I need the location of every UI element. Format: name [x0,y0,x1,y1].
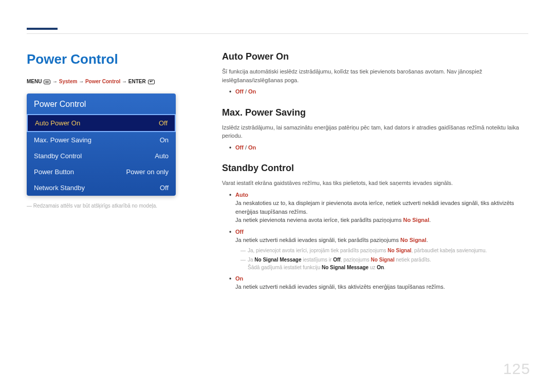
section-heading: Max. Power Saving [222,107,528,118]
osd-row-value: Off [160,184,169,192]
osd-row[interactable]: Standby ControlAuto [27,148,176,164]
sub-note-list: Ja, pievienojot avota ierīci, joprojām t… [235,247,528,271]
breadcrumb-arrow: → [52,79,59,84]
osd-row[interactable]: Max. Power SavingOn [27,132,176,148]
osd-row[interactable]: Power ButtonPower on only [27,164,176,180]
breadcrumb-menu: MENU [27,79,42,84]
option-item: OnJa netiek uztverti nekādi ievades sign… [229,274,528,291]
left-column: Power Control MENU → System → Power Cont… [27,51,201,294]
options-list: AutoJa neskatoties uz to, ka displejam i… [222,191,528,291]
enter-icon [148,80,155,84]
sub-note: Ja, pievienojot avota ierīci, joprojām t… [240,247,528,254]
divider [27,33,528,34]
section-heading: Auto Power On [222,51,528,62]
breadcrumb: MENU → System → Power Control → ENTER [27,79,201,84]
breadcrumb-system: System [59,79,78,84]
osd-row-value: On [160,136,169,144]
section: Max. Power SavingIzslēdz izstrādājumu, l… [222,107,528,152]
osd-panel: Power Control Auto Power OnOffMax. Power… [27,94,176,196]
menu-icon [44,80,50,84]
page-content: Power Control MENU → System → Power Cont… [27,51,528,294]
options-list: Off / On [222,87,528,96]
osd-row-value: Power on only [126,168,169,176]
option-item: AutoJa neskatoties uz to, ka displejam i… [229,191,528,225]
osd-row[interactable]: Auto Power OnOff [27,114,176,132]
section: Standby ControlVarat iestatīt ekrāna gai… [222,163,528,291]
section: Auto Power OnŠī funkcija automātiski ies… [222,51,528,96]
osd-row[interactable]: Network StandbyOff [27,180,176,196]
option-item: OffJa netiek uztverti nekādi ievades sig… [229,228,528,271]
breadcrumb-arrow: → [122,79,128,84]
options-list: Off / On [222,143,528,152]
sub-note: Ja No Signal Message iestatījums ir Off,… [240,256,528,271]
page-title: Power Control [27,51,201,67]
section-heading: Standby Control [222,163,528,174]
breadcrumb-power-control: Power Control [85,79,120,84]
osd-row-label: Standby Control [34,152,82,160]
option-item: Off / On [229,87,528,96]
section-body: Varat iestatīt ekrāna gaidstāves režīmu,… [222,179,528,188]
page-number: 125 [503,360,530,378]
osd-row-label: Network Standby [34,184,85,192]
osd-row-label: Power Button [34,168,74,176]
breadcrumb-arrow: → [79,79,85,84]
breadcrumb-enter: ENTER [128,79,146,84]
osd-row-label: Auto Power On [35,119,80,127]
osd-row-label: Max. Power Saving [34,136,91,144]
accent-bar [27,28,58,30]
right-column: Auto Power OnŠī funkcija automātiski ies… [222,51,528,294]
osd-row-value: Off [159,119,168,127]
image-caption: Redzamais attēls var būt atšķirīgs atkar… [27,203,201,209]
option-item: Off / On [229,143,528,152]
section-body: Šī funkcija automātiski ieslēdz izstrādā… [222,67,528,84]
osd-title: Power Control [27,94,176,114]
section-body: Izslēdz izstrādājumu, lai samazinātu ene… [222,123,528,140]
osd-row-value: Auto [155,152,169,160]
